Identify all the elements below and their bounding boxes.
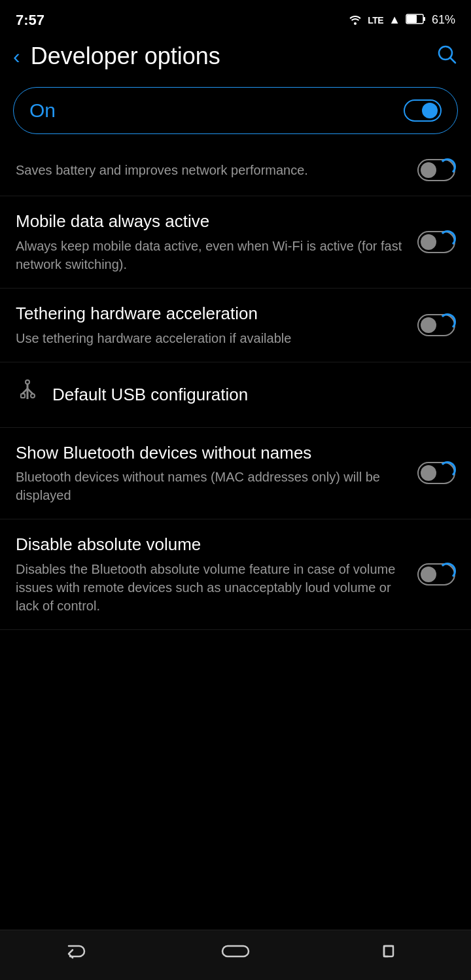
- svg-rect-1: [423, 17, 425, 21]
- lte-icon: LTE: [368, 15, 383, 26]
- mobile-data-text: Mobile data always active Always keep mo…: [16, 211, 417, 273]
- status-icons: LTE ▲ 61%: [348, 13, 455, 27]
- setting-item-usb[interactable]: Default USB configuration: [0, 362, 471, 428]
- bluetooth-names-toggle-knob: [421, 465, 436, 481]
- settings-content: Saves battery and improves network perfo…: [0, 147, 471, 682]
- developer-options-toggle-container[interactable]: On: [13, 87, 458, 134]
- absolute-volume-text: Disable absolute volume Disables the Blu…: [16, 534, 417, 615]
- absolute-volume-title: Disable absolute volume: [16, 534, 404, 556]
- mobile-data-toggle-knob: [421, 234, 436, 250]
- absolute-volume-toggle[interactable]: [417, 563, 455, 586]
- battery-icon: [406, 13, 427, 27]
- tethering-desc: Use tethering hardware acceleration if a…: [16, 329, 404, 347]
- absolute-volume-toggle-knob: [421, 567, 436, 582]
- svg-point-10: [26, 380, 29, 384]
- svg-rect-2: [407, 15, 417, 23]
- setting-item-tethering[interactable]: Tethering hardware acceleration Use teth…: [0, 289, 471, 362]
- page-title: Developer options: [31, 43, 220, 70]
- tethering-toggle-knob: [421, 317, 436, 333]
- nav-bar: ‹ Developer options: [0, 36, 471, 82]
- bottom-nav-recent[interactable]: [65, 941, 90, 962]
- mobile-data-title: Mobile data always active: [16, 211, 404, 233]
- bluetooth-names-toggle[interactable]: [417, 462, 455, 484]
- bottom-nav-bar: [0, 930, 471, 980]
- absolute-volume-desc: Disables the Bluetooth absolute volume f…: [16, 560, 404, 615]
- setting-item-bluetooth-names[interactable]: Show Bluetooth devices without names Blu…: [0, 428, 471, 520]
- svg-rect-12: [384, 946, 393, 956]
- bottom-nav-home[interactable]: [218, 941, 253, 962]
- tethering-text: Tethering hardware acceleration Use teth…: [16, 303, 417, 347]
- bluetooth-names-desc: Bluetooth devices without names (MAC add…: [16, 468, 404, 504]
- partial-setting-item[interactable]: Saves battery and improves network perfo…: [0, 147, 471, 196]
- battery-percent: 61%: [432, 13, 455, 27]
- tethering-toggle[interactable]: [417, 314, 455, 336]
- partial-toggle[interactable]: [417, 159, 455, 181]
- bluetooth-names-text: Show Bluetooth devices without names Blu…: [16, 442, 417, 505]
- toggle-knob: [422, 103, 438, 118]
- mobile-data-toggle[interactable]: [417, 231, 455, 253]
- partial-setting-description: Saves battery and improves network perfo…: [16, 161, 404, 179]
- signal-icon: ▲: [389, 13, 400, 27]
- mobile-data-desc: Always keep mobile data active, even whe…: [16, 237, 404, 273]
- back-button[interactable]: ‹: [13, 46, 20, 67]
- tethering-title: Tethering hardware acceleration: [16, 303, 404, 325]
- status-bar: 7:57 LTE ▲ 61%: [0, 0, 471, 36]
- usb-icon: [16, 379, 39, 410]
- usb-label: Default USB configuration: [52, 385, 248, 405]
- bottom-nav-back[interactable]: [381, 941, 406, 962]
- partial-setting-text: Saves battery and improves network perfo…: [16, 161, 417, 179]
- setting-item-mobile-data[interactable]: Mobile data always active Always keep mo…: [0, 196, 471, 289]
- svg-rect-8: [21, 394, 25, 398]
- bluetooth-names-title: Show Bluetooth devices without names: [16, 442, 404, 464]
- search-button[interactable]: [436, 43, 458, 70]
- svg-rect-11: [222, 946, 249, 956]
- svg-point-9: [31, 394, 35, 398]
- on-off-label: On: [29, 99, 56, 122]
- on-off-toggle[interactable]: [404, 99, 442, 122]
- setting-item-absolute-volume[interactable]: Disable absolute volume Disables the Blu…: [0, 519, 471, 630]
- status-time: 7:57: [16, 12, 44, 29]
- svg-line-4: [450, 58, 455, 63]
- partial-toggle-knob: [421, 162, 436, 178]
- wifi-icon: [348, 13, 362, 27]
